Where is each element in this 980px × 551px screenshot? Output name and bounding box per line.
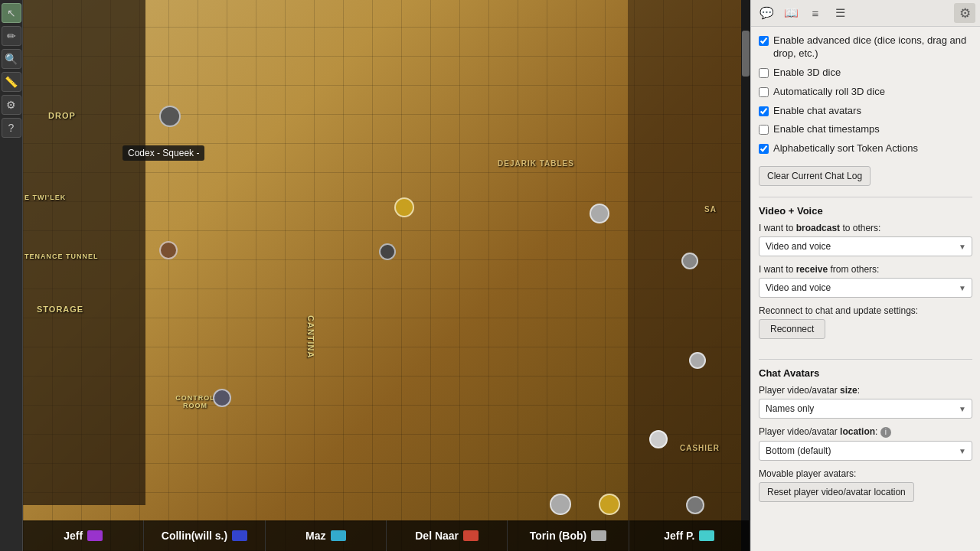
checkbox-chat-avatars[interactable] xyxy=(759,106,769,116)
checkbox-row-3d-dice: Enable 3D dice xyxy=(759,67,972,80)
panel-tabs: 💬 📖 ≡ ☰ ⚙ xyxy=(751,0,980,27)
scrollbar-thumb[interactable] xyxy=(742,31,750,77)
tab-list[interactable]: ≡ xyxy=(805,3,826,23)
token-3[interactable] xyxy=(379,243,396,260)
player-color-4 xyxy=(591,530,606,541)
player-name-3: Del Naar xyxy=(415,530,459,542)
broadcast-label: I want to broadcast to others: xyxy=(759,223,972,233)
chat-avatars-section: Chat Avatars Player video/avatar size: N… xyxy=(759,367,972,502)
broadcast-select[interactable]: Video and voice Video only Voice only No… xyxy=(759,236,972,256)
token-9[interactable] xyxy=(550,494,571,515)
player-color-5 xyxy=(699,530,714,541)
checkbox-row-sort-tokens: Alphabetically sort Token Actions xyxy=(759,142,972,155)
player-slot-5: Jeff P. xyxy=(629,520,750,551)
player-name-4: Torin (Bob) xyxy=(530,530,586,542)
player-name-2: Maz xyxy=(305,530,325,542)
map-area[interactable]: DROP E TWI'LEK TENANCE TUNNEL STORAGE DE… xyxy=(23,0,750,551)
divider-1 xyxy=(759,197,972,197)
clear-chat-button[interactable]: Clear Current Chat Log xyxy=(759,166,871,186)
map-scrollbar[interactable] xyxy=(741,0,750,551)
corridor-zone xyxy=(23,0,145,505)
player-slot-1: Collin(will s.) xyxy=(144,520,265,551)
label-timestamps: Enable chat timestamps xyxy=(773,123,880,136)
info-icon[interactable]: i xyxy=(880,427,891,438)
player-slot-2: Maz xyxy=(266,520,387,551)
help-tool[interactable]: ? xyxy=(2,118,21,138)
player-color-1 xyxy=(232,530,247,541)
map-label-sa: SA xyxy=(704,205,717,214)
tab-checklist[interactable]: ☰ xyxy=(829,3,851,23)
receive-select-wrapper: Video and voice Video only Voice only No… xyxy=(759,278,972,298)
label-sort-tokens: Alphabetically sort Token Actions xyxy=(773,142,918,155)
player-color-3 xyxy=(463,530,479,541)
token-4[interactable] xyxy=(159,241,178,259)
checkbox-advanced-dice[interactable] xyxy=(759,36,769,46)
player-color-2 xyxy=(331,530,346,541)
token-squeek[interactable] xyxy=(394,197,414,217)
avatar-location-select-wrapper: Bottom (default) Top Left Right ▼ xyxy=(759,441,972,461)
token-1[interactable] xyxy=(159,106,181,127)
right-panel: 💬 📖 ≡ ☰ ⚙ Enable advanced dice (dice ico… xyxy=(750,0,980,551)
token-11[interactable] xyxy=(649,430,668,448)
checkbox-sort-tokens[interactable] xyxy=(759,144,769,154)
checkbox-row-auto-3d: Automatically roll 3D dice xyxy=(759,86,972,99)
player-color-0 xyxy=(87,530,103,541)
label-chat-avatars: Enable chat avatars xyxy=(773,105,861,118)
reset-avatar-button[interactable]: Reset player video/avatar location xyxy=(759,482,914,502)
checkbox-auto-3d[interactable] xyxy=(759,87,769,97)
map-label-cashier: CASHIER xyxy=(680,444,720,452)
checkbox-row-advanced-dice: Enable advanced dice (dice icons, drag a… xyxy=(759,34,972,60)
checkbox-row-timestamps: Enable chat timestamps xyxy=(759,123,972,136)
map-label-dejarik: DEJARIK TABLES xyxy=(498,159,574,168)
avatar-size-label: Player video/avatar size: xyxy=(759,385,972,396)
receive-select[interactable]: Video and voice Video only Voice only No… xyxy=(759,278,972,298)
player-name-5: Jeff P. xyxy=(664,530,694,542)
tab-chat[interactable]: 💬 xyxy=(756,3,777,23)
token-5[interactable] xyxy=(590,204,609,223)
token-6[interactable] xyxy=(681,253,698,269)
player-name-1: Collin(will s.) xyxy=(162,530,227,542)
avatar-size-select-wrapper: Names only Small Medium Large ▼ xyxy=(759,399,972,419)
player-slot-3: Del Naar xyxy=(387,520,508,551)
reconnect-label: Reconnect to chat and update settings: xyxy=(759,305,972,316)
reconnect-button[interactable]: Reconnect xyxy=(759,319,825,339)
player-name-0: Jeff xyxy=(64,530,83,542)
video-voice-section: Video + Voice I want to broadcast to oth… xyxy=(759,205,972,348)
receive-label: I want to receive from others: xyxy=(759,264,972,275)
avatar-size-select[interactable]: Names only Small Medium Large xyxy=(759,399,972,419)
ruler-tool[interactable]: 📏 xyxy=(2,72,21,92)
clear-chat-section: Clear Current Chat Log xyxy=(759,166,972,186)
avatar-location-select[interactable]: Bottom (default) Top Left Right xyxy=(759,441,972,461)
label-advanced-dice: Enable advanced dice (dice icons, drag a… xyxy=(773,34,972,60)
movable-label: Movable player avatars: xyxy=(759,468,972,479)
select-tool[interactable]: ↖ xyxy=(2,3,21,23)
divider-2 xyxy=(759,359,972,360)
tab-settings[interactable]: ⚙ xyxy=(954,3,975,23)
player-slot-0: Jeff xyxy=(23,520,144,551)
panel-settings-content: Enable advanced dice (dice icons, drag a… xyxy=(751,27,980,551)
player-slot-4: Torin (Bob) xyxy=(508,520,629,551)
token-10[interactable] xyxy=(599,494,620,515)
broadcast-select-wrapper: Video and voice Video only Voice only No… xyxy=(759,236,972,256)
zoom-tool[interactable]: 🔍 xyxy=(2,49,21,69)
checkbox-3d-dice[interactable] xyxy=(759,68,769,78)
video-voice-title: Video + Voice xyxy=(759,205,972,217)
token-8[interactable] xyxy=(213,389,231,407)
avatar-location-label: Player video/avatar location: i xyxy=(759,426,972,438)
chat-avatars-title: Chat Avatars xyxy=(759,367,972,379)
checkbox-row-chat-avatars: Enable chat avatars xyxy=(759,105,972,118)
token-7[interactable] xyxy=(689,352,706,369)
draw-tool[interactable]: ✏ xyxy=(2,26,21,46)
label-auto-3d: Automatically roll 3D dice xyxy=(773,86,885,99)
token-12[interactable] xyxy=(686,496,704,514)
settings-checkboxes: Enable advanced dice (dice icons, drag a… xyxy=(759,34,972,155)
label-3d-dice: Enable 3D dice xyxy=(773,67,841,80)
tab-journal[interactable]: 📖 xyxy=(780,3,802,23)
checkbox-timestamps[interactable] xyxy=(759,125,769,135)
token-tool[interactable]: ⚙ xyxy=(2,95,21,115)
toolbar: ↖ ✏ 🔍 📏 ⚙ ? xyxy=(0,0,23,551)
player-bar: Jeff Collin(will s.) Maz Del Naar Torin … xyxy=(23,520,750,551)
